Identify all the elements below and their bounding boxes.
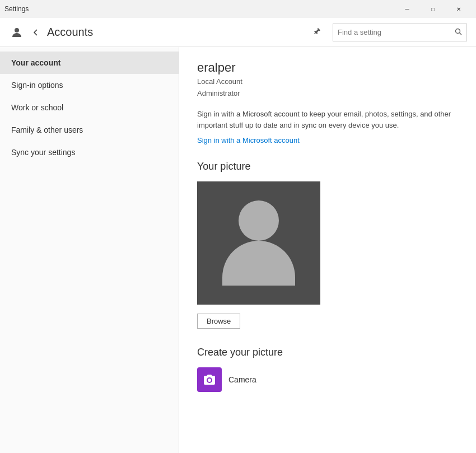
main-layout: Your account Sign-in options Work or sch… (0, 47, 476, 453)
avatar-silhouette (222, 200, 295, 286)
search-box (333, 24, 467, 41)
sidebar-item-work-or-school[interactable]: Work or school (0, 96, 179, 119)
account-line1: Local Account (197, 76, 458, 88)
camera-icon (203, 373, 216, 386)
signin-prompt-text: Sign in with a Microsoft account to keep… (197, 109, 458, 132)
maximize-button[interactable]: □ (420, 0, 446, 18)
picture-section-title: Your picture (197, 161, 458, 172)
page-title: Accounts (47, 26, 306, 39)
window-controls: ─ □ ✕ (394, 0, 472, 18)
titlebar: Settings ─ □ ✕ (0, 0, 476, 18)
titlebar-app-name: Settings (4, 5, 29, 13)
camera-icon-box (197, 367, 222, 392)
sidebar-item-family-other-users[interactable]: Family & other users (0, 119, 179, 141)
create-picture-section-title: Create your picture (197, 347, 458, 358)
user-icon (9, 25, 25, 40)
camera-label: Camera (228, 375, 256, 384)
avatar-box (197, 181, 320, 305)
svg-point-3 (208, 379, 211, 382)
pin-button[interactable] (312, 27, 321, 38)
app-header: Accounts (0, 18, 476, 47)
app-title: Settings (4, 5, 29, 13)
avatar-head (239, 200, 279, 241)
minimize-button[interactable]: ─ (394, 0, 420, 18)
search-icon[interactable] (455, 28, 462, 37)
content-area: eralper Local Account Administrator Sign… (179, 47, 476, 453)
sidebar: Your account Sign-in options Work or sch… (0, 47, 179, 453)
svg-line-2 (460, 32, 462, 35)
avatar-body (222, 241, 295, 286)
back-button[interactable] (31, 28, 40, 37)
close-button[interactable]: ✕ (446, 0, 472, 18)
svg-point-1 (456, 29, 460, 33)
sidebar-item-sync-your-settings[interactable]: Sync your settings (0, 141, 179, 164)
search-input[interactable] (338, 28, 455, 36)
sidebar-item-sign-in-options[interactable]: Sign-in options (0, 74, 179, 96)
browse-button[interactable]: Browse (197, 314, 240, 329)
account-line2: Administrator (197, 88, 458, 100)
svg-point-0 (15, 28, 19, 32)
username: eralper (197, 60, 458, 75)
sidebar-item-your-account[interactable]: Your account (0, 52, 179, 74)
signin-link[interactable]: Sign in with a Microsoft account (197, 136, 300, 144)
camera-item[interactable]: Camera (197, 367, 458, 392)
